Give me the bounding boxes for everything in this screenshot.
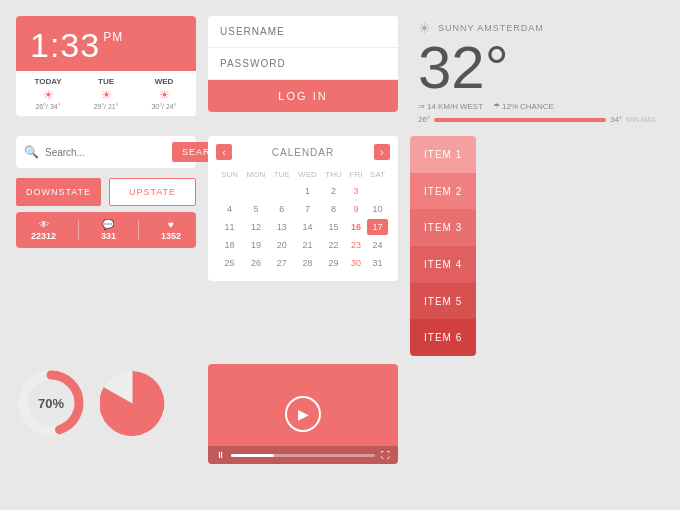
list-item-4[interactable]: ITEM 4 [410, 246, 476, 283]
calendar-grid: SUN MON TUE WED THU FRI SAT [216, 166, 390, 273]
heart-icon: ♥ [168, 219, 174, 230]
cal-day[interactable]: 12 [243, 219, 268, 235]
col-wed: WED [295, 168, 320, 181]
cal-prev-button[interactable]: ‹ [216, 144, 232, 160]
cal-day[interactable]: 28 [295, 255, 320, 271]
cal-day-highlighted[interactable]: 17 [367, 219, 388, 235]
clock-header: 1:33 PM [16, 16, 196, 71]
pie-svg [100, 371, 165, 436]
cal-month-label: CALENDAR [272, 147, 334, 158]
temp-wed: 30°/ 24° [136, 103, 192, 110]
cal-day[interactable]: 15 [322, 219, 345, 235]
password-input[interactable] [208, 48, 398, 80]
cal-day[interactable]: 25 [218, 255, 241, 271]
play-button[interactable]: ▶ [285, 396, 321, 432]
cal-day[interactable]: 20 [271, 237, 293, 253]
list-item-3[interactable]: ITEM 3 [410, 209, 476, 246]
video-progress-bar[interactable] [231, 454, 375, 457]
list-item-1[interactable]: ITEM 1 [410, 136, 476, 173]
cal-day[interactable]: 9 [347, 201, 365, 217]
cal-day[interactable]: 23 [347, 237, 365, 253]
cal-day[interactable]: 21 [295, 237, 320, 253]
list-item-5[interactable]: ITEM 5 [410, 283, 476, 320]
calendar-inner: ‹ CALENDAR › SUN MON TUE WED THU FRI SAT [208, 136, 398, 281]
cal-day[interactable]: 6 [271, 201, 293, 217]
day-name-tue: TUE [78, 77, 134, 86]
clock-widget: 1:33 PM TODAY ☀ 26°/ 34° TUE ☀ 29°/ 21° … [16, 16, 196, 116]
cal-day[interactable]: 7 [295, 201, 320, 217]
mid-row: 🔍 SEARCH DOWNSTATE UPSTATE 👁 22312 💬 331 [16, 136, 664, 356]
stats-widget: 👁 22312 💬 331 ♥ 1352 [16, 212, 196, 248]
weather-details: ⇒ 14 KM/H WEST ☂ 12% CHANCE [418, 102, 656, 111]
weather-temp-big: 32° [418, 38, 656, 98]
col-thu: THU [322, 168, 345, 181]
cal-day[interactable]: 30 [347, 255, 365, 271]
upstate-button[interactable]: UPSTATE [109, 178, 196, 206]
cal-day-today[interactable]: 16 [347, 219, 365, 235]
wind-icon: ⇒ [418, 102, 425, 111]
day-name-wed: WED [136, 77, 192, 86]
col-mon: MON [243, 168, 268, 181]
views-value: 22312 [31, 231, 56, 241]
comments-value: 331 [101, 231, 116, 241]
cal-day[interactable]: 2 [322, 183, 345, 199]
cal-day[interactable]: 22 [322, 237, 345, 253]
list-widget: ITEM 1 ITEM 2 ITEM 3 ITEM 4 ITEM 5 ITEM … [410, 136, 476, 356]
col-fri: FRI [347, 168, 365, 181]
video-progress-fill [231, 454, 274, 457]
search-input[interactable] [45, 147, 172, 158]
cal-day[interactable] [271, 183, 293, 199]
list-item-2[interactable]: ITEM 2 [410, 173, 476, 210]
downstate-button[interactable]: DOWNSTATE [16, 178, 101, 206]
cal-day[interactable]: 4 [218, 201, 241, 217]
cal-day[interactable]: 31 [367, 255, 388, 271]
search-icon: 🔍 [24, 145, 39, 159]
comment-icon: 💬 [102, 219, 114, 230]
login-button[interactable]: LOG IN [208, 80, 398, 112]
eye-icon: 👁 [39, 219, 49, 230]
cal-day[interactable]: 3 [347, 183, 365, 199]
temp-tue: 29°/ 21° [78, 103, 134, 110]
rain-detail: ☂ 12% CHANCE [493, 102, 554, 111]
temp-max: 34° [610, 115, 622, 124]
cal-day[interactable]: 24 [367, 237, 388, 253]
cal-day[interactable]: 18 [218, 237, 241, 253]
cal-day[interactable]: 26 [243, 255, 268, 271]
cal-day[interactable]: 27 [271, 255, 293, 271]
cal-day[interactable]: 19 [243, 237, 268, 253]
stat-views: 👁 22312 [31, 219, 56, 241]
cal-day[interactable]: 1 [295, 183, 320, 199]
bot-row: 70% ▶ ⏸ ⛶ [16, 364, 664, 464]
stat-likes: ♥ 1352 [161, 219, 181, 241]
cal-day[interactable] [367, 183, 388, 199]
donut-label: 70% [38, 396, 64, 411]
cal-day[interactable]: 13 [271, 219, 293, 235]
cal-day[interactable]: 29 [322, 255, 345, 271]
temp-today: 26°/ 34° [20, 103, 76, 110]
temp-min: 26° [418, 115, 430, 124]
username-input[interactable] [208, 16, 398, 48]
cal-day[interactable]: 14 [295, 219, 320, 235]
login-widget: LOG IN [208, 16, 398, 112]
cal-day[interactable] [243, 183, 268, 199]
donut-chart: 70% [16, 368, 86, 438]
cal-day[interactable]: 11 [218, 219, 241, 235]
list-item-6[interactable]: ITEM 6 [410, 319, 476, 356]
fullscreen-button[interactable]: ⛶ [381, 450, 390, 460]
clock-time: 1:33 PM [30, 26, 182, 65]
pie-chart [100, 371, 165, 436]
cal-row-2: 4 5 6 7 8 9 10 [218, 201, 388, 217]
video-controls: ⏸ ⛶ [208, 446, 398, 464]
cal-day[interactable]: 10 [367, 201, 388, 217]
col-tue: TUE [271, 168, 293, 181]
col-sun: SUN [218, 168, 241, 181]
temp-minmax-label: MIN MAX [626, 116, 656, 123]
cal-next-button[interactable]: › [374, 144, 390, 160]
cal-day[interactable] [218, 183, 241, 199]
cal-day[interactable]: 5 [243, 201, 268, 217]
rain-chance: 12% [502, 102, 518, 111]
pause-button[interactable]: ⏸ [216, 450, 225, 460]
temp-bar [434, 118, 606, 122]
main-layout: 1:33 PM TODAY ☀ 26°/ 34° TUE ☀ 29°/ 21° … [0, 0, 680, 510]
cal-day[interactable]: 8 [322, 201, 345, 217]
